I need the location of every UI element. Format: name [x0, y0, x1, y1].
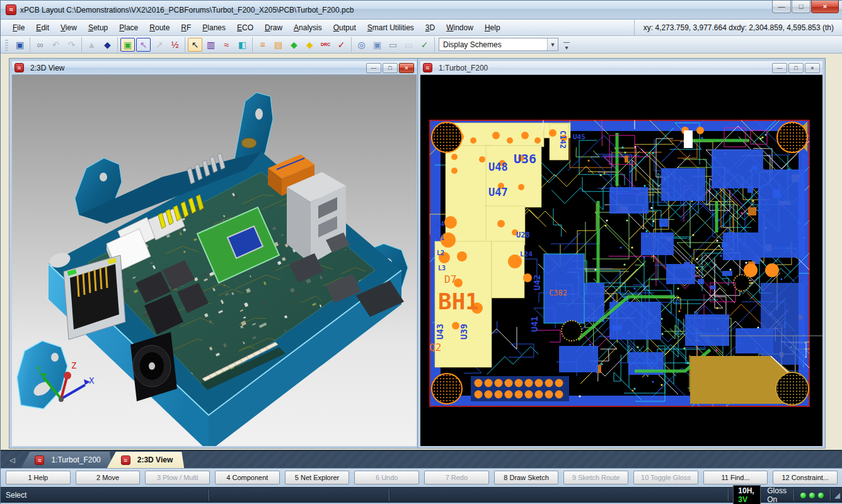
svg-text:D7: D7 — [444, 273, 456, 285]
svg-text:L4: L4 — [437, 220, 444, 227]
brass-standoff — [241, 138, 257, 148]
add-part-icon[interactable]: ◆ — [100, 38, 115, 52]
select-mode-icon[interactable]: ↖ — [188, 38, 202, 52]
undo-icon: ↶ — [49, 38, 63, 52]
svg-text:U43: U43 — [435, 324, 445, 340]
tab-3d-view[interactable]: ≈ 2:3D View — [107, 452, 184, 468]
menu-analysis[interactable]: Analysis — [288, 21, 328, 34]
save-icon[interactable]: ▣ — [13, 38, 27, 52]
svg-text:U42: U42 — [532, 275, 542, 290]
select-window-icon[interactable]: ↖ — [136, 38, 151, 52]
zoom-out-icon: ↗ — [152, 38, 166, 52]
zoom-doc-icon[interactable]: ◎ — [354, 38, 369, 52]
shield-via — [562, 321, 582, 341]
svg-text:BH1: BH1 — [438, 289, 479, 314]
layout-close-button[interactable]: × — [805, 63, 820, 73]
fkey-button-1[interactable]: 1 Help — [6, 471, 71, 484]
menu-bar: FileEditViewSetupPlaceRouteRFPlanesECODr… — [1, 20, 842, 36]
display-schemes-combobox[interactable]: Display Schemes ▼ — [439, 38, 558, 51]
menu-3d[interactable]: 3D — [420, 21, 441, 34]
grid-indicator[interactable]: 10H, 3V — [733, 485, 761, 504]
cursor-coordinates: xy: 4,273.759, 3,977.664 dxdy: 2,304.859… — [634, 20, 834, 36]
title-bar[interactable]: ≈ xPCB Layout C:\Demonstrations\VX2\2016… — [1, 1, 842, 20]
menu-window[interactable]: Window — [441, 21, 479, 34]
status-led-green — [818, 493, 824, 498]
menu-route[interactable]: Route — [144, 21, 175, 34]
menu-planes[interactable]: Planes — [197, 21, 231, 34]
menu-output[interactable]: Output — [328, 21, 362, 34]
status-bar: Select 10H, 3V Gloss On ◢ — [1, 487, 842, 504]
layout-restore-button[interactable]: □ — [788, 63, 804, 73]
tab-scroll-left-icon[interactable]: ◁ — [9, 456, 14, 464]
select-doc-icon[interactable]: ▭ — [386, 38, 400, 52]
fkey-button-12[interactable]: 12 Constraint... — [773, 471, 838, 484]
toolbar: ▣∞↶↷▲◆▣↖↗½↖▥≈◧≡▤◆◆DRC✓◎▣▭▭✓ Display Sche… — [1, 36, 842, 54]
tab-turbot-f200[interactable]: ≈ 1:Turbot_F200 — [21, 452, 112, 468]
svg-text:L1: L1 — [437, 234, 444, 241]
axis-z-label: Z — [71, 360, 76, 370]
toolbar-grip[interactable] — [5, 38, 8, 51]
axis-y-label: Y — [36, 364, 42, 374]
properties-icon: ▭ — [401, 38, 416, 52]
layout-minimize-button[interactable]: — — [772, 63, 787, 73]
close-button[interactable]: × — [811, 1, 839, 13]
menu-place[interactable]: Place — [113, 21, 144, 34]
layout-title-bar[interactable]: ≈ 1:Turbot_F200 — □ × — [420, 61, 822, 75]
window-pcb-layout: ≈ 1:Turbot_F200 — □ × — [418, 59, 825, 448]
gloss-indicator[interactable]: Gloss On — [767, 486, 787, 504]
menu-view[interactable]: View — [55, 21, 83, 34]
window-3d-view: ≈ 2:3D View — □ × — [9, 59, 419, 448]
display-schemes-value: Display Schemes — [443, 40, 502, 49]
3d-view-title-bar[interactable]: ≈ 2:3D View — □ × — [12, 61, 417, 75]
combo-dropdown-icon[interactable]: ▼ — [547, 38, 558, 50]
maximize-button[interactable]: □ — [792, 1, 810, 13]
copy-doc-icon[interactable]: ▣ — [370, 38, 384, 52]
fkey-button-5[interactable]: 5 Net Explorer — [285, 471, 350, 484]
menu-file[interactable]: File — [7, 21, 30, 34]
gloss-icon[interactable]: ◧ — [235, 38, 250, 52]
filter-apply-icon[interactable]: ✓ — [417, 38, 432, 52]
board-view-icon[interactable]: ▣ — [120, 38, 135, 52]
3d-viewport[interactable]: Y Z X — [12, 75, 417, 446]
drc-check-icon[interactable]: ✓ — [334, 38, 349, 52]
menu-setup[interactable]: Setup — [83, 21, 113, 34]
menu-help[interactable]: Help — [479, 21, 506, 34]
layout-viewport[interactable]: U48 U36 U47 C142 L24 U28 U43 U39 U41 U42… — [420, 75, 822, 446]
3d-minimize-button[interactable]: — — [366, 63, 381, 73]
svg-text:L24: L24 — [520, 250, 533, 258]
fkey-button-9: 9 Sketch Route — [563, 471, 628, 484]
3d-close-button[interactable]: × — [399, 63, 414, 73]
drc-settings-icon[interactable]: DRC — [318, 38, 333, 52]
fkey-button-11[interactable]: 11 Find... — [703, 471, 768, 484]
svg-text:L3: L3 — [438, 265, 446, 272]
menu-smart-utilities[interactable]: Smart Utilities — [362, 21, 420, 34]
3d-view-title: 2:3D View — [30, 64, 64, 72]
menu-draw[interactable]: Draw — [259, 21, 288, 34]
menu-rf[interactable]: RF — [175, 21, 197, 34]
fkey-button-4[interactable]: 4 Component Expl... — [215, 471, 280, 484]
resize-grip[interactable]: ◢ — [834, 491, 840, 500]
status-led-green — [800, 493, 806, 498]
svg-text:Q2: Q2 — [429, 341, 441, 353]
3d-restore-button[interactable]: □ — [383, 63, 398, 73]
layer-pair-icon[interactable]: ½ — [168, 38, 182, 52]
svg-text:U39: U39 — [459, 324, 469, 340]
back-anno-icon[interactable]: ◆ — [303, 38, 317, 52]
menu-edit[interactable]: Edit — [30, 21, 55, 34]
eco-edit-icon[interactable]: ▤ — [271, 38, 285, 52]
fkey-button-2[interactable]: 2 Move — [76, 471, 141, 484]
part-select-icon[interactable]: ▥ — [204, 38, 218, 52]
svg-text:C382: C382 — [549, 289, 567, 297]
svg-text:U45: U45 — [573, 133, 585, 141]
status-mode: Select — [6, 491, 26, 500]
minimize-button[interactable]: — — [772, 1, 791, 13]
eco-settings-icon[interactable]: ≡ — [255, 38, 270, 52]
net-select-icon[interactable]: ≈ — [219, 38, 234, 52]
forward-anno-icon[interactable]: ◆ — [287, 38, 301, 52]
svg-text:U41: U41 — [529, 316, 539, 332]
fkey-button-8[interactable]: 8 Draw Sketch — [494, 471, 559, 484]
document-icon: ≈ — [121, 455, 130, 465]
toolbar-overflow-button[interactable]: —▾ — [562, 39, 571, 50]
menu-eco[interactable]: ECO — [231, 21, 259, 34]
fkey-button-6: 6 Undo — [354, 471, 419, 484]
